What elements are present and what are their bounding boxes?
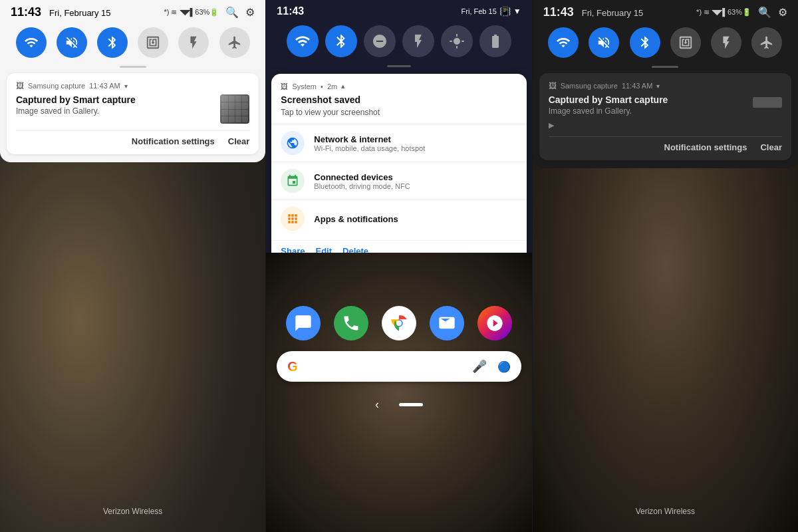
toggle-indicator-middle <box>387 65 411 67</box>
settings-icon-right[interactable]: ⚙ <box>778 6 787 19</box>
notif-app-icon-left: 🖼 <box>16 81 24 90</box>
popup-source-middle: System <box>292 82 317 90</box>
google-assistant-icon[interactable]: 🔵 <box>497 360 511 373</box>
notif-clear-btn-right[interactable]: Clear <box>760 142 782 152</box>
airplane-toggle-left[interactable] <box>219 27 250 58</box>
status-bar-left: 11:43 Fri, February 15 *) ≋ ◥◤▌63%🔋 🔍 ⚙ <box>0 0 265 22</box>
home-indicator-middle[interactable] <box>399 403 423 406</box>
settings-item-0[interactable]: Network & internet Wi-Fi, mobile, data u… <box>271 124 526 162</box>
torch-toggle-left[interactable] <box>178 27 209 58</box>
notif-thumbnail-left <box>220 94 249 124</box>
mail-app-icon[interactable] <box>430 306 464 340</box>
action-icons-left: *) ≋ ◥◤▌63%🔋 🔍 ⚙ <box>164 6 255 19</box>
status-icons-right: *) ≋ ◥◤▌63%🔋 <box>696 8 751 17</box>
mute-toggle-right[interactable] <box>589 27 619 58</box>
google-search-bar[interactable]: G 🎤 🔵 <box>277 351 521 382</box>
notif-actions-right: Notification settings Clear <box>549 136 782 152</box>
popup-dot-middle: • <box>321 82 323 90</box>
torch-toggle-right[interactable] <box>711 27 741 58</box>
popup-app-icon-middle: 🖼 <box>281 82 288 90</box>
notif-header-right: 🖼 Samsung capture 11:43 AM ▾ <box>549 81 782 90</box>
notif-body-right: Captured by Smart capture Image saved in… <box>549 94 782 116</box>
wifi-icon-middle: ▼ <box>513 7 521 16</box>
popup-header-middle: 🖼 System • 2m ▴ <box>271 74 526 94</box>
popup-timeago-middle: 2m <box>327 82 337 90</box>
settings-icon-network <box>281 131 305 155</box>
bluetooth-toggle-right[interactable] <box>630 27 660 58</box>
action-icons-right: *) ≋ ◥◤▌63%🔋 🔍 ⚙ <box>696 6 787 19</box>
nav-bar-middle: ‹ <box>266 392 531 420</box>
notif-title-right: Captured by Smart capture <box>549 94 668 105</box>
search-icon-left[interactable]: 🔍 <box>225 6 239 19</box>
date-display-left: Fri, February 15 <box>49 8 110 18</box>
notif-body-left: Captured by Smart capture Image saved in… <box>16 94 249 124</box>
phone-app-icon[interactable] <box>334 306 368 340</box>
settings-icon-connected <box>281 169 305 193</box>
pixel-launcher-icon[interactable] <box>477 306 512 340</box>
mute-toggle-left[interactable] <box>57 27 87 58</box>
notif-expand-right[interactable]: ▾ <box>656 82 660 90</box>
notification-popup-middle[interactable]: 🖼 System • 2m ▴ Screenshot saved Tap to … <box>271 74 526 265</box>
notif-time-right: 11:43 AM <box>622 82 652 90</box>
airplane-toggle-right[interactable] <box>751 27 782 58</box>
time-display-middle: 11:43 <box>277 5 304 17</box>
time-date-middle: 11:43 <box>277 5 304 17</box>
settings-item-1[interactable]: Connected devices Bluetooth, driving mod… <box>271 162 526 200</box>
back-button-middle[interactable]: ‹ <box>375 398 379 412</box>
nfc-toggle-right[interactable] <box>670 27 701 58</box>
notif-time-left: 11:43 AM <box>89 82 120 90</box>
time-display-left: 11:43 <box>11 5 41 19</box>
wifi-toggle-left[interactable] <box>16 27 47 58</box>
notif-thumb-placeholder-right <box>753 97 782 108</box>
toggle-indicator-right <box>652 66 678 68</box>
svg-point-1 <box>396 321 402 326</box>
screen-toggle-middle[interactable] <box>441 25 473 57</box>
popup-subtitle-middle: Tap to view your screenshot <box>271 108 526 124</box>
dnd-toggle-middle[interactable] <box>364 25 396 57</box>
google-logo: G <box>287 359 298 374</box>
home-screen-middle: G 🎤 🔵 ‹ <box>266 293 531 420</box>
notif-app-name-left: Samsung capture <box>28 82 85 90</box>
settings-text-apps: Apps & notifications <box>314 214 398 224</box>
settings-title-apps: Apps & notifications <box>314 214 398 224</box>
notif-clear-btn-left[interactable]: Clear <box>228 136 250 146</box>
status-bar-middle: 11:43 Fri, Feb 15 📳 ▼ <box>266 0 531 20</box>
notification-card-right[interactable]: 🖼 Samsung capture 11:43 AM ▾ Captured by… <box>539 73 791 160</box>
quick-toggles-middle <box>266 20 531 63</box>
mic-icon[interactable]: 🎤 <box>472 359 487 374</box>
status-right-middle: Fri, Feb 15 📳 ▼ <box>462 6 521 17</box>
notif-settings-btn-left[interactable]: Notification settings <box>132 136 215 146</box>
home-dock-middle <box>266 293 531 351</box>
torch-toggle-middle[interactable] <box>402 25 434 57</box>
nfc-toggle-left[interactable] <box>138 27 168 58</box>
toggle-bar-middle <box>266 63 531 70</box>
wifi-toggle-middle[interactable] <box>287 25 319 57</box>
popup-chevron-up-middle[interactable]: ▴ <box>341 82 345 90</box>
carrier-left: Verizon Wireless <box>0 507 265 516</box>
notification-shade-left: 11:43 Fri, February 15 *) ≋ ◥◤▌63%🔋 🔍 ⚙ <box>0 0 265 162</box>
notif-app-name-right: Samsung capture <box>561 82 618 90</box>
search-bar-row-middle: G 🎤 🔵 <box>266 351 531 392</box>
bluetooth-toggle-left[interactable] <box>97 27 128 58</box>
settings-icon-left[interactable]: ⚙ <box>245 6 255 19</box>
panel-middle: 11:43 Fri, Feb 15 📳 ▼ <box>266 0 531 532</box>
search-icon-right[interactable]: 🔍 <box>758 6 771 19</box>
notification-card-left[interactable]: 🖼 Samsung capture 11:43 AM ▾ Captured by… <box>7 73 259 154</box>
bluetooth-toggle-middle[interactable] <box>325 25 357 57</box>
status-bar-right: 11:43 Fri, February 15 *) ≋ ◥◤▌63%🔋 🔍 ⚙ <box>533 0 798 22</box>
battery-toggle-middle[interactable] <box>479 25 511 57</box>
toggle-bar-left <box>0 66 265 68</box>
date-display-middle: Fri, Feb 15 <box>462 7 497 15</box>
messages-app-icon[interactable] <box>286 306 321 340</box>
settings-sub-network: Wi-Fi, mobile, data usage, hotspot <box>314 144 425 152</box>
notif-title-left: Captured by Smart capture <box>16 94 136 105</box>
notif-expand-left[interactable]: ▾ <box>124 82 128 90</box>
chrome-app-icon[interactable] <box>382 306 416 340</box>
settings-item-2[interactable]: Apps & notifications <box>271 200 526 237</box>
notif-settings-btn-right[interactable]: Notification settings <box>664 142 747 152</box>
notif-subtitle-left: Image saved in Gallery. <box>16 106 136 116</box>
carrier-right: Verizon Wireless <box>533 507 798 516</box>
wifi-toggle-right[interactable] <box>548 27 579 58</box>
time-date-right: 11:43 Fri, February 15 <box>543 5 644 19</box>
notif-arrow-right: ▶ <box>549 121 554 130</box>
